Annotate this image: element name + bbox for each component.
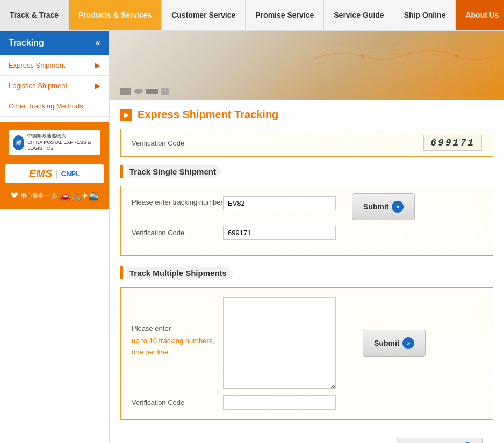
- track-multiple-header: Track Multiple Shipments: [120, 266, 233, 279]
- track-multiple-section: Track Multiple Shipments: [120, 266, 493, 281]
- nav-customer-service[interactable]: Customer Service: [162, 0, 246, 30]
- hero-map-svg: [268, 31, 504, 100]
- sidebar-banner: 邮 中国邮政速递物流 CHINA POSTAL EXPRESS & LOGIST…: [0, 122, 109, 209]
- top-navigation: Track & Trace Products & Services Custom…: [0, 0, 504, 31]
- ems-tracking-bar: EMS Tracking Section Tracking Links »: [120, 431, 493, 443]
- captcha-label: Verification Code: [132, 139, 184, 147]
- sidebar: Tracking « Express Shipment ▶ Logistics …: [0, 31, 110, 443]
- china-post-text: 中国邮政速递物流 CHINA POSTAL EXPRESS & LOGISTIC…: [27, 133, 96, 152]
- multi-submit-arrows-icon: »: [402, 337, 414, 349]
- sidebar-item-label-express: Express Shipment: [9, 61, 66, 69]
- section-title: ▶ Express Shipment Tracking: [120, 108, 493, 121]
- sidebar-expand-icon[interactable]: «: [96, 38, 100, 48]
- slogan-text: 用心服务 一步: [20, 192, 57, 200]
- section-bar: [120, 165, 123, 178]
- main-layout: Tracking « Express Shipment ▶ Logistics …: [0, 31, 504, 443]
- nav-products-services[interactable]: Products & Services: [69, 0, 162, 30]
- multi-tracking-textarea[interactable]: [223, 297, 336, 389]
- multi-instruction-line2: up to 10 tracking numbers,: [132, 336, 218, 347]
- nav-ship-online[interactable]: Ship Online: [394, 0, 456, 30]
- nav-track-trace[interactable]: Track & Trace: [0, 0, 69, 30]
- multi-submit-label: Submit: [374, 339, 399, 347]
- post-logo-icon: 邮: [13, 135, 24, 150]
- multi-instruction-line1: Please enter: [132, 324, 218, 332]
- submit-arrows-icon: »: [392, 201, 404, 213]
- sidebar-item-logistics[interactable]: Logistics Shipment ▶: [0, 76, 109, 96]
- track-single-submit[interactable]: Submit »: [352, 193, 415, 220]
- title-arrow-icon: ▶: [120, 109, 132, 121]
- hero-banner: [110, 31, 504, 100]
- sidebar-item-express[interactable]: Express Shipment ▶: [0, 55, 109, 76]
- sidebar-title: Tracking: [9, 38, 44, 48]
- china-post-box: 邮 中国邮政速递物流 CHINA POSTAL EXPRESS & LOGIST…: [5, 127, 104, 158]
- nav-about-us[interactable]: About Us: [456, 0, 504, 30]
- multi-instruction-line3: one per line: [132, 347, 218, 358]
- banner-slogan: ❤ 用心服务 一步 🚗🚲✈🚢: [10, 187, 99, 204]
- tracking-number-input[interactable]: [223, 196, 336, 210]
- nav-service-guide[interactable]: Service Guide: [324, 0, 394, 30]
- sidebar-item-label-logistics: Logistics Shipment: [9, 82, 67, 90]
- section-bar-multiple: [120, 266, 123, 279]
- sidebar-item-other[interactable]: Other Tracking Methods: [0, 96, 109, 117]
- hero-icons: [120, 88, 169, 95]
- submit-label: Submit: [363, 202, 388, 211]
- track-single-title: Track Single Shipment: [127, 165, 222, 178]
- track-multiple-form: Please enter up to 10 tracking numbers, …: [120, 287, 493, 420]
- captcha-value: 699171: [423, 135, 482, 151]
- verification-label-single: Verification Code: [132, 229, 223, 237]
- sidebar-header: Tracking «: [0, 31, 109, 55]
- content-area: ▶ Express Shipment Tracking Verification…: [110, 31, 504, 443]
- ems-logo: EMS: [29, 168, 52, 180]
- tracking-number-row: Please enter tracking number Submit »: [132, 196, 482, 220]
- captcha-display-box: Verification Code 699171: [120, 129, 493, 157]
- track-single-section: Track Single Shipment: [120, 165, 493, 179]
- track-single-header: Track Single Shipment: [120, 165, 222, 178]
- arrow-icon: ▶: [95, 61, 100, 69]
- track-single-form: Please enter tracking number Submit » Ve…: [120, 186, 493, 256]
- verification-input-single[interactable]: [223, 226, 336, 240]
- tracking-links-button[interactable]: Tracking Links »: [397, 438, 483, 443]
- verification-row-single: Verification Code: [132, 226, 482, 240]
- tracking-number-label: Please enter tracking number: [132, 196, 223, 206]
- cnpl-logo: CNPL: [61, 170, 80, 178]
- track-multiple-submit[interactable]: Submit »: [363, 330, 426, 357]
- page-content: ▶ Express Shipment Tracking Verification…: [110, 100, 504, 443]
- track-multiple-title: Track Multiple Shipments: [127, 267, 233, 279]
- page-title: Express Shipment Tracking: [138, 108, 278, 121]
- multi-verification-label: Verification Code: [132, 398, 223, 406]
- ems-cnpl-banner: EMS | CNPL: [5, 164, 104, 183]
- sidebar-item-label-other: Other Tracking Methods: [9, 102, 83, 110]
- multi-verification-input[interactable]: [223, 395, 336, 410]
- arrow-icon: ▶: [95, 82, 100, 90]
- nav-promise-service[interactable]: Promise Service: [246, 0, 324, 30]
